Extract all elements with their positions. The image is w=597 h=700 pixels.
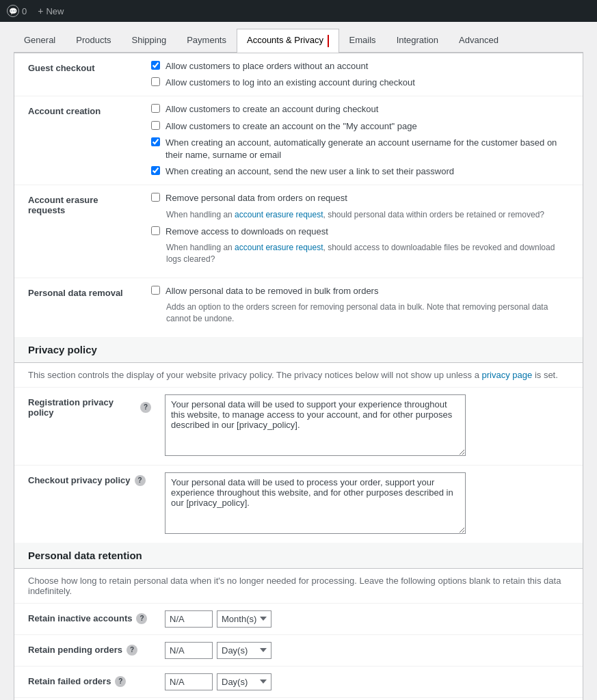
- erasure-checkbox2[interactable]: [151, 226, 160, 235]
- erasure-option2: Remove access to downloads on request: [151, 226, 569, 238]
- guest-checkout-label1: Allow customers to place orders without …: [165, 60, 368, 72]
- account-creation-row: Account creation Allow customers to crea…: [14, 96, 583, 185]
- retention-row-failed-orders: Retain failed orders?Day(s)Month(s)Year(…: [14, 666, 583, 697]
- account-creation-options: Allow customers to create an account dur…: [151, 96, 583, 185]
- account-creation-label2: Allow customers to create an account on …: [165, 120, 417, 133]
- erasure-checkbox1[interactable]: [151, 193, 160, 202]
- retention-field-inactive-accounts: Day(s)Month(s)Year(s): [165, 604, 583, 635]
- plus-icon: +: [38, 5, 43, 16]
- checkout-privacy-row: Checkout privacy policy ? Your personal …: [14, 465, 583, 543]
- notification-icon[interactable]: 💬 0: [7, 5, 27, 17]
- checkout-help-icon[interactable]: ?: [135, 475, 146, 486]
- retention-label-inactive-accounts: Retain inactive accounts?: [14, 604, 165, 635]
- data-removal-checkbox1[interactable]: [151, 286, 160, 295]
- new-button[interactable]: + New: [38, 5, 64, 16]
- privacy-page-link[interactable]: privacy page: [482, 370, 533, 380]
- account-erasure-options: Remove personal data from orders on requ…: [151, 185, 583, 278]
- retention-help-icon-failed-orders[interactable]: ?: [115, 676, 126, 687]
- data-removal-option1: Allow personal data to be removed in bul…: [151, 285, 569, 297]
- comment-icon: 💬: [7, 5, 19, 17]
- checkout-privacy-label: Checkout privacy policy ?: [14, 465, 165, 543]
- retention-select-inactive-accounts[interactable]: Day(s)Month(s)Year(s): [217, 610, 271, 628]
- erasure-label1: Remove personal data from orders on requ…: [165, 192, 347, 204]
- retention-input-inactive-accounts[interactable]: [165, 610, 213, 628]
- account-erasure-row: Account erasure requests Remove personal…: [14, 185, 583, 278]
- tab-accounts-privacy[interactable]: Accounts & Privacy: [237, 29, 339, 53]
- tab-payments[interactable]: Payments: [176, 29, 237, 53]
- privacy-policy-desc-row: This section controls the display of you…: [14, 363, 583, 388]
- retention-row-inactive-accounts: Retain inactive accounts?Day(s)Month(s)Y…: [14, 604, 583, 635]
- guest-checkout-option2: Allow customers to log into an existing …: [151, 77, 569, 89]
- account-creation-label: Account creation: [14, 96, 151, 185]
- data-removal-label1: Allow personal data to be removed in bul…: [165, 285, 378, 297]
- privacy-policy-section-header: Privacy policy: [14, 337, 583, 363]
- retention-field-pending-orders: Day(s)Month(s)Year(s): [165, 634, 583, 666]
- guest-checkout-checkbox2[interactable]: [151, 77, 160, 86]
- registration-privacy-field: Your personal data will be used to suppo…: [165, 388, 583, 466]
- erasure-label2: Remove access to downloads on request: [165, 226, 328, 238]
- registration-privacy-textarea[interactable]: Your personal data will be used to suppo…: [165, 394, 466, 456]
- settings-form: Guest checkout Allow customers to place …: [14, 53, 583, 700]
- tab-advanced[interactable]: Advanced: [449, 29, 509, 53]
- account-creation-checkbox3[interactable]: [151, 137, 160, 146]
- erasure-request-link2[interactable]: account erasure request: [235, 243, 323, 252]
- personal-data-removal-label: Personal data removal: [14, 278, 151, 337]
- guest-checkout-options: Allow customers to place orders without …: [151, 53, 583, 96]
- personal-data-removal-options: Allow personal data to be removed in bul…: [151, 278, 583, 337]
- guest-checkout-option1: Allow customers to place orders without …: [151, 60, 569, 72]
- account-creation-label4: When creating an account, send the new u…: [165, 165, 454, 178]
- account-creation-option4: When creating an account, send the new u…: [151, 165, 569, 178]
- tab-shipping[interactable]: Shipping: [122, 29, 177, 53]
- active-indicator: [328, 35, 329, 47]
- account-creation-option1: Allow customers to create an account dur…: [151, 103, 569, 116]
- erasure-hint1: When handling an account erasure request…: [166, 209, 569, 221]
- data-retention-desc-row: Choose how long to retain personal data …: [14, 569, 583, 604]
- registration-privacy-row: Registration privacy policy ? Your perso…: [14, 388, 583, 466]
- registration-privacy-label: Registration privacy policy ?: [14, 388, 165, 466]
- tabs-nav: General Products Shipping Payments Accou…: [14, 29, 583, 53]
- retention-select-failed-orders[interactable]: Day(s)Month(s)Year(s): [217, 673, 271, 690]
- retention-label-pending-orders: Retain pending orders?: [14, 634, 165, 666]
- account-creation-checkbox4[interactable]: [151, 166, 160, 175]
- tab-integration[interactable]: Integration: [386, 29, 449, 53]
- guest-checkout-label2: Allow customers to log into an existing …: [165, 77, 415, 89]
- guest-checkout-checkbox1[interactable]: [151, 61, 160, 70]
- data-retention-section-header: Personal data retention: [14, 543, 583, 569]
- data-retention-title: Personal data retention: [28, 550, 569, 561]
- settings-table: Guest checkout Allow customers to place …: [14, 53, 583, 337]
- data-retention-desc: Choose how long to retain personal data …: [28, 576, 561, 596]
- retention-help-icon-inactive-accounts[interactable]: ?: [136, 613, 147, 624]
- retention-input-failed-orders[interactable]: [165, 673, 213, 690]
- account-creation-checkbox2[interactable]: [151, 121, 160, 130]
- retention-field-cancelled-orders: Day(s)Month(s)Year(s): [165, 697, 583, 700]
- tab-products[interactable]: Products: [66, 29, 121, 53]
- account-creation-option2: Allow customers to create an account on …: [151, 120, 569, 133]
- retention-field-failed-orders: Day(s)Month(s)Year(s): [165, 666, 583, 697]
- account-creation-option3: When creating an account, automatically …: [151, 137, 569, 161]
- tab-general[interactable]: General: [14, 29, 66, 53]
- erasure-hint2: When handling an account erasure request…: [166, 242, 569, 265]
- retention-select-pending-orders[interactable]: Day(s)Month(s)Year(s): [217, 642, 271, 659]
- checkout-privacy-field: Your personal data will be used to proce…: [165, 465, 583, 543]
- retention-help-icon-pending-orders[interactable]: ?: [127, 645, 137, 656]
- privacy-policy-desc: This section controls the display of you…: [28, 370, 558, 380]
- privacy-policy-title: Privacy policy: [28, 344, 569, 355]
- erasure-option1: Remove personal data from orders on requ…: [151, 192, 569, 204]
- guest-checkout-label: Guest checkout: [14, 53, 151, 96]
- account-creation-label3: When creating an account, automatically …: [165, 137, 569, 161]
- checkout-privacy-textarea[interactable]: Your personal data will be used to proce…: [165, 472, 466, 534]
- tab-emails[interactable]: Emails: [339, 29, 386, 53]
- registration-help-icon[interactable]: ?: [140, 402, 151, 413]
- erasure-request-link1[interactable]: account erasure request: [235, 210, 323, 219]
- account-creation-label1: Allow customers to create an account dur…: [165, 103, 378, 116]
- retention-input-pending-orders[interactable]: [165, 642, 213, 659]
- notification-count: 0: [22, 6, 27, 16]
- retention-row-cancelled-orders: Retain cancelled orders?Day(s)Month(s)Ye…: [14, 697, 583, 700]
- account-erasure-label: Account erasure requests: [14, 185, 151, 278]
- data-removal-hint: Adds an option to the orders screen for …: [166, 301, 569, 325]
- retention-label-cancelled-orders: Retain cancelled orders?: [14, 697, 165, 700]
- privacy-policy-table: Registration privacy policy ? Your perso…: [14, 388, 583, 543]
- account-creation-checkbox1[interactable]: [151, 104, 160, 113]
- data-retention-table: Retain inactive accounts?Day(s)Month(s)Y…: [14, 604, 583, 700]
- admin-bar: 💬 0 + New: [0, 0, 597, 22]
